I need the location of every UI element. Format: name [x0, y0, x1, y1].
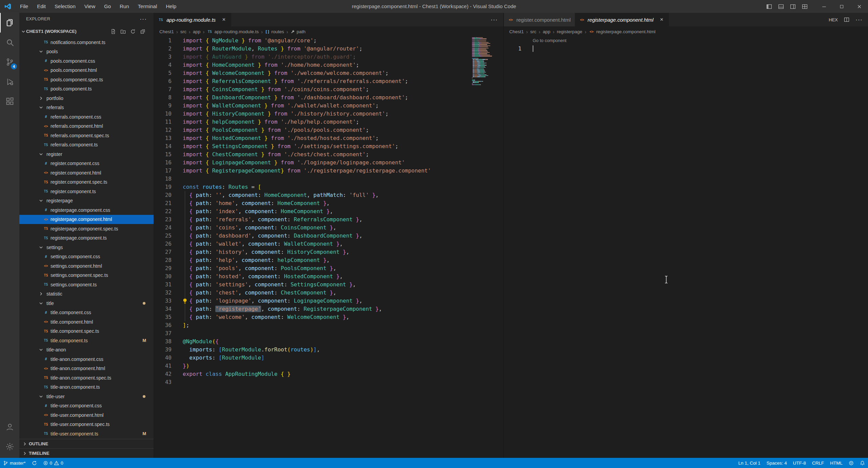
breadcrumb-registerpage[interactable]: registerpage — [557, 29, 582, 34]
activitybar-manage[interactable] — [0, 437, 19, 456]
tree-file-title.component.ts[interactable]: TStitle.component.tsM — [19, 336, 154, 345]
tree-file-pools.component.html[interactable]: <>pools.component.html — [19, 66, 154, 75]
close-tab-icon[interactable]: × — [658, 16, 665, 23]
tree-file-referrals.component.css[interactable]: #referrals.component.css — [19, 112, 154, 122]
tree-file-registerpage.component.html[interactable]: <>registerpage.component.html — [19, 215, 154, 224]
tree-folder-registerpage[interactable]: registerpage — [19, 196, 154, 206]
breadcrumb-path[interactable]: path — [291, 29, 305, 34]
tree-folder-settings[interactable]: settings — [19, 243, 154, 252]
tree-file-title-anon.component.spec.ts[interactable]: TStitle-anon.component.spec.ts — [19, 373, 154, 383]
activitybar-run-and-debug[interactable] — [0, 72, 19, 91]
refresh-explorer-icon[interactable] — [130, 29, 136, 34]
status-notifications[interactable] — [857, 458, 868, 468]
tree-file-title-anon.component.ts[interactable]: TStitle-anon.component.ts — [19, 383, 154, 392]
breadcrumb-src[interactable]: src — [180, 29, 186, 34]
menu-edit[interactable]: Edit — [33, 0, 50, 13]
sync-status[interactable] — [29, 458, 40, 468]
section-timeline[interactable]: TIMELINE — [19, 448, 154, 458]
menu-terminal[interactable]: Terminal — [134, 0, 162, 13]
menu-file[interactable]: File — [16, 0, 33, 13]
new-folder-icon[interactable] — [120, 29, 126, 34]
tree-file-notifications.component.ts[interactable]: TSnotifications.component.ts — [19, 38, 154, 47]
activitybar-extensions[interactable] — [0, 91, 19, 111]
minimap[interactable] — [472, 37, 496, 87]
toggle-sidebar-icon[interactable] — [766, 4, 772, 9]
menu-run[interactable]: Run — [115, 0, 134, 13]
tree-folder-title-anon[interactable]: title-anon — [19, 345, 154, 355]
breadcrumb-src[interactable]: src — [530, 29, 536, 34]
tree-file-settings.component.css[interactable]: #settings.component.css — [19, 252, 154, 262]
tree-file-referrals.component.ts[interactable]: TSreferrals.component.ts — [19, 140, 154, 150]
tree-file-register.component.css[interactable]: #register.component.css — [19, 159, 154, 168]
menu-help[interactable]: Help — [161, 0, 181, 13]
split-editor-icon[interactable] — [844, 17, 849, 22]
more-actions-icon[interactable]: ··· — [855, 18, 863, 21]
tree-folder-title-user[interactable]: title-user — [19, 392, 154, 401]
toggle-panel-icon[interactable] — [778, 4, 784, 9]
tree-folder-statistic[interactable]: statistic — [19, 289, 154, 299]
codelens-go-to-component[interactable]: Go to component — [533, 37, 567, 45]
activitybar-accounts[interactable] — [0, 417, 19, 437]
tree-folder-referrals[interactable]: referrals — [19, 103, 154, 113]
code-editor-left[interactable]: 1import { NgModule } from '@angular/core… — [154, 37, 503, 458]
tree-file-settings.component.ts[interactable]: TSsettings.component.ts — [19, 280, 154, 289]
tree-file-referrals.component.html[interactable]: <>referrals.component.html — [19, 122, 154, 131]
breadcrumb-Chest1[interactable]: Chest1 — [159, 29, 174, 34]
sidebar-more-actions-icon[interactable]: ··· — [140, 17, 147, 21]
tree-file-register.component.spec.ts[interactable]: TSregister.component.spec.ts — [19, 178, 154, 187]
tree-file-pools.component.css[interactable]: #pools.component.css — [19, 56, 154, 66]
workspace-section-header[interactable]: CHEST1 (WORKSPACE) — [19, 25, 154, 38]
tree-file-registerpage.component.ts[interactable]: TSregisterpage.component.ts — [19, 233, 154, 243]
tree-file-title-user.component.html[interactable]: <>title-user.component.html — [19, 410, 154, 420]
tree-file-title.component.html[interactable]: <>title.component.html — [19, 317, 154, 327]
minimize-button[interactable] — [815, 0, 833, 13]
tree-file-register.component.ts[interactable]: TSregister.component.ts — [19, 187, 154, 196]
tree-file-title.component.css[interactable]: #title.component.css — [19, 308, 154, 318]
tree-folder-register[interactable]: register — [19, 149, 154, 159]
tree-file-referrals.component.spec.ts[interactable]: TSreferrals.component.spec.ts — [19, 131, 154, 140]
toggle-secondary-sidebar-icon[interactable] — [790, 4, 796, 9]
tab-register.component.html[interactable]: <>register.component.html — [504, 13, 575, 26]
tree-file-title.component.spec.ts[interactable]: TStitle.component.spec.ts — [19, 327, 154, 336]
maximize-button[interactable] — [833, 0, 850, 13]
breadcrumb-registerpage.component.html[interactable]: <>registerpage.component.html — [589, 29, 655, 35]
tab-registerpage.component.html[interactable]: <>registerpage.component.html× — [575, 13, 669, 26]
tree-file-register.component.html[interactable]: <>register.component.html — [19, 168, 154, 178]
customize-layout-icon[interactable] — [802, 4, 808, 9]
tree-folder-pools[interactable]: pools — [19, 47, 154, 57]
breadcrumb-Chest1[interactable]: Chest1 — [509, 29, 524, 34]
tree-file-registerpage.component.spec.ts[interactable]: TSregisterpage.component.spec.ts — [19, 224, 154, 233]
status-eol[interactable]: CRLF — [809, 458, 827, 468]
menu-view[interactable]: View — [80, 0, 100, 13]
activitybar-source-control[interactable]: 4 — [0, 52, 19, 72]
tree-file-title-user.component.spec.ts[interactable]: TStitle-user.component.spec.ts — [19, 420, 154, 429]
tree-file-title-anon.component.css[interactable]: #title-anon.component.css — [19, 354, 154, 364]
section-outline[interactable]: OUTLINE — [19, 439, 154, 448]
tree-file-pools.component.ts[interactable]: TSpools.component.ts — [19, 84, 154, 94]
tree-file-settings.component.spec.ts[interactable]: TSsettings.component.spec.ts — [19, 271, 154, 280]
problems-status[interactable]: 0 0 — [40, 458, 66, 468]
tab-app-routing.module.ts[interactable]: TSapp-routing.module.ts× — [154, 13, 232, 26]
activitybar-search[interactable] — [0, 33, 19, 52]
tree-file-settings.component.html[interactable]: <>settings.component.html — [19, 261, 154, 271]
more-actions-icon[interactable]: ··· — [491, 18, 498, 21]
breadcrumb-app[interactable]: app — [193, 29, 201, 34]
breadcrumb-routes[interactable]: []routes — [265, 29, 284, 34]
new-file-icon[interactable] — [111, 29, 116, 34]
close-tab-icon[interactable]: × — [220, 16, 227, 23]
breadcrumb-app-routing.module.ts[interactable]: TSapp-routing.module.ts — [207, 29, 259, 35]
tree-file-title-anon.component.html[interactable]: <>title-anon.component.html — [19, 364, 154, 373]
status-language-mode[interactable]: HTML — [827, 458, 846, 468]
menu-go[interactable]: Go — [100, 0, 115, 13]
code-editor-right[interactable]: Go to component1 — [504, 37, 868, 458]
tree-folder-title[interactable]: title — [19, 299, 154, 308]
status-indentation[interactable]: Spaces: 4 — [764, 458, 790, 468]
breadcrumb-app[interactable]: app — [543, 29, 551, 34]
menu-selection[interactable]: Selection — [50, 0, 80, 13]
activitybar-explorer[interactable] — [0, 13, 19, 33]
status-feedback[interactable] — [846, 458, 857, 468]
tree-file-registerpage.component.css[interactable]: #registerpage.component.css — [19, 205, 154, 215]
tree-file-pools.component.spec.ts[interactable]: TSpools.component.spec.ts — [19, 75, 154, 84]
tree-file-title-user.component.ts[interactable]: TStitle-user.component.tsM — [19, 429, 154, 439]
status-cursor-position[interactable]: Ln 1, Col 1 — [735, 458, 763, 468]
